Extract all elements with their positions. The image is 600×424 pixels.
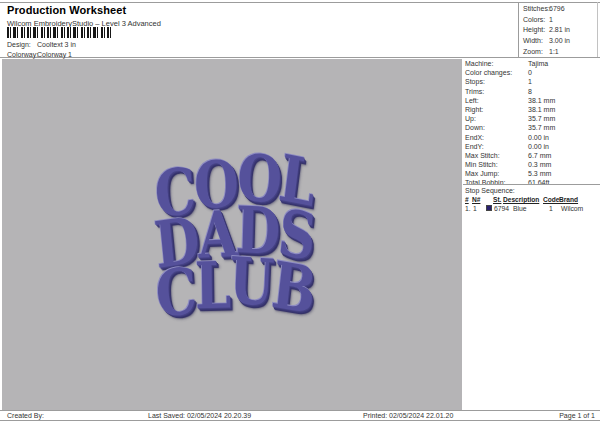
machine-row-value: Tajima — [528, 60, 548, 67]
stop-sequence-title: Stop Sequence: — [465, 187, 515, 194]
machine-row: Up:35.7 mm — [465, 115, 598, 124]
design-meta-row: Design:Cooltext 3 in — [7, 41, 76, 48]
machine-row: EndY:0.00 in — [465, 143, 598, 152]
machine-row-value: 0 — [528, 69, 532, 76]
page-title: Production Worksheet — [7, 4, 126, 16]
machine-row: Machine:Tajima — [465, 60, 598, 69]
colorway-label: Colorway: — [7, 51, 37, 58]
footer-last-saved: Last Saved: 02/05/2024 20.20.39 — [148, 412, 251, 419]
machine-row-value: 5.3 mm — [528, 170, 551, 177]
machine-row: Down:35.7 mm — [465, 124, 598, 133]
machine-row-label: Left: — [465, 97, 479, 104]
stop-row-description: Blue — [513, 205, 527, 212]
stat-value: 2.81 in — [549, 26, 570, 33]
embroidery-design-cool-dads-club: COOLDADSCLUB — [155, 159, 315, 312]
design-letter: B — [270, 258, 317, 316]
machine-row-value: 0.3 mm — [528, 161, 551, 168]
machine-row: Min Stitch:0.3 mm — [465, 161, 598, 170]
machine-row: Stops:1 — [465, 78, 598, 87]
footer-top-rule — [0, 410, 600, 411]
machine-info-panel: Machine:Tajima Color changes:0 Stops:1 T… — [465, 60, 598, 189]
stop-row-stitches: 6794 — [494, 205, 509, 212]
machine-row-value: 8 — [528, 88, 532, 95]
stop-col-needle: N# — [472, 196, 480, 203]
machine-row-label: Max Stitch: — [465, 152, 500, 159]
stat-row-stitches: Stitches:6796 — [523, 5, 597, 16]
footer-created-by: Created By: — [7, 412, 44, 419]
machine-row: Trims:8 — [465, 88, 598, 97]
machine-row-label: Color changes: — [465, 69, 512, 76]
machine-row-value: 38.1 mm — [528, 97, 555, 104]
machine-row-label: Min Stitch: — [465, 161, 498, 168]
stat-value: 1 — [549, 16, 553, 23]
machine-row-label: Stops: — [465, 78, 485, 85]
machine-row-value: 61.64ft — [528, 179, 549, 186]
stat-row-width: Width:3.00 in — [523, 37, 597, 48]
machine-row-value: 0.00 in — [528, 143, 549, 150]
machine-row: EndX:0.00 in — [465, 134, 598, 143]
design-letter: U — [228, 254, 273, 308]
stat-value: 3.00 in — [549, 37, 570, 44]
stat-label: Colors: — [523, 16, 545, 23]
thread-color-swatch — [486, 205, 492, 211]
stop-row-brand: Wilcom — [561, 205, 583, 212]
stat-label: Height: — [523, 26, 545, 33]
stat-label: Width: — [523, 37, 543, 44]
production-worksheet-page: Production Worksheet Wilcom EmbroiderySt… — [0, 0, 600, 424]
design-canvas: COOLDADSCLUB — [2, 59, 462, 411]
machine-row: Left:38.1 mm — [465, 97, 598, 106]
design-letter: C — [154, 264, 197, 319]
header-rule — [0, 57, 600, 58]
machine-row-value: 38.1 mm — [528, 106, 555, 113]
design-stats-box: Stitches:6796 Colors:1 Height:2.81 in Wi… — [518, 2, 598, 57]
stat-row-height: Height:2.81 in — [523, 26, 597, 37]
machine-row-label: Down: — [465, 124, 485, 131]
top-rule — [0, 2, 600, 3]
barcode-icon — [7, 27, 111, 38]
stop-col-stitches: St. — [493, 196, 501, 203]
machine-row-label: Machine: — [465, 60, 493, 67]
panel-divider-rule — [463, 184, 600, 185]
stop-col-brand: Brand — [559, 196, 578, 203]
stat-row-zoom: Zoom:1:1 — [523, 48, 597, 59]
design-value: Cooltext 3 in — [37, 41, 76, 48]
stop-row-num: 1. — [465, 205, 471, 212]
machine-row-label: Max Jump: — [465, 170, 499, 177]
design-letter: L — [195, 259, 230, 311]
machine-row: Max Jump:5.3 mm — [465, 170, 598, 179]
machine-row-value: 0.00 in — [528, 134, 549, 141]
machine-row-value: 1 — [528, 78, 532, 85]
stop-row-code: 1 — [549, 205, 553, 212]
machine-row-label: Trims: — [465, 88, 484, 95]
machine-row-label: Up: — [465, 115, 476, 122]
design-label: Design: — [7, 41, 37, 48]
colorway-value: Colorway 1 — [37, 51, 72, 58]
footer-page-number: Page 1 of 1 — [559, 412, 595, 419]
colorway-meta-row: Colorway:Colorway 1 — [7, 51, 72, 58]
machine-row: Right:38.1 mm — [465, 106, 598, 115]
design-line: CLUB — [155, 261, 315, 312]
stop-col-num: # — [465, 196, 469, 203]
stat-row-colors: Colors:1 — [523, 16, 597, 27]
stat-label: Stitches: — [523, 5, 550, 12]
stop-col-code: Code — [543, 196, 559, 203]
stop-col-description: Description — [503, 196, 539, 203]
machine-row: Color changes:0 — [465, 69, 598, 78]
machine-row-value: 35.7 mm — [528, 124, 555, 131]
stat-value: 6796 — [549, 5, 565, 12]
machine-row-label: Total Bobbin: — [465, 179, 505, 186]
stop-row-needle: 1 — [473, 205, 477, 212]
stat-value: 1:1 — [549, 48, 559, 55]
machine-row-value: 35.7 mm — [528, 115, 555, 122]
stat-label: Zoom: — [523, 48, 543, 55]
machine-row-value: 6.7 mm — [528, 152, 551, 159]
machine-row-label: EndY: — [465, 143, 484, 150]
machine-row: Max Stitch:6.7 mm — [465, 152, 598, 161]
footer-bottom-rule — [0, 420, 600, 421]
machine-row-label: EndX: — [465, 134, 484, 141]
footer-printed: Printed: 02/05/2024 22.01.20 — [363, 412, 453, 419]
machine-row-label: Right: — [465, 106, 483, 113]
